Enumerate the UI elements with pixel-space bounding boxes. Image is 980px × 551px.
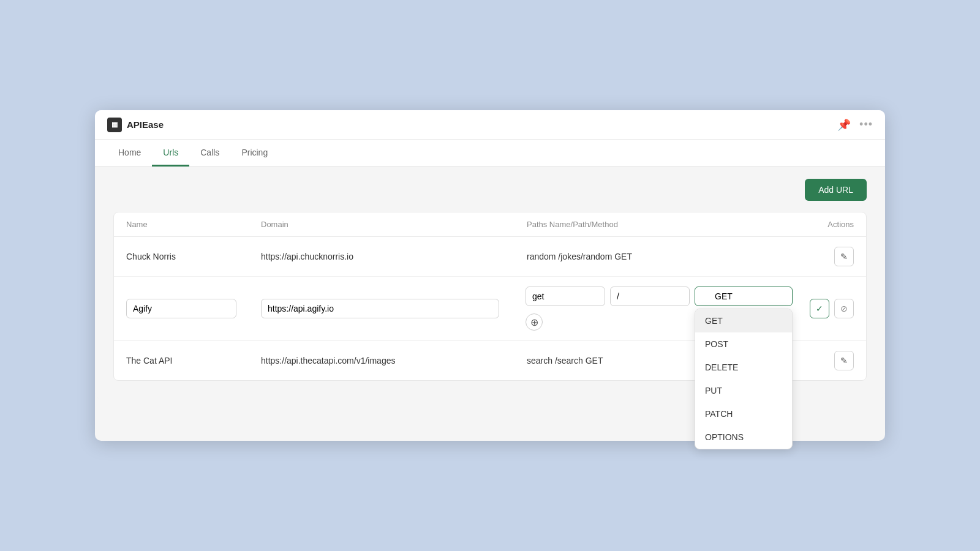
row-domain: https://api.chucknorris.io	[261, 252, 527, 261]
title-bar-actions: 📌 •••	[837, 118, 873, 132]
nav-bar: Home Urls Calls Pricing	[95, 140, 885, 167]
more-icon[interactable]: •••	[859, 118, 873, 131]
brand: ▦ APIEase	[107, 118, 164, 132]
urls-table: Name Domain Paths Name/Path/Method Actio…	[113, 212, 867, 381]
confirm-button[interactable]: ✓	[810, 299, 829, 318]
path-name-input[interactable]	[526, 287, 605, 306]
title-bar: ▦ APIEase 📌 •••	[95, 110, 885, 140]
row-actions: ✎	[793, 351, 854, 370]
method-input-wrapper: 🔍 GET POST DELETE PUT PATCH OPTIONS	[695, 287, 793, 306]
tab-pricing[interactable]: Pricing	[230, 140, 279, 167]
dropdown-item-options[interactable]: OPTIONS	[695, 425, 792, 449]
row-paths: random /jokes/random GET	[527, 252, 793, 261]
path-row: 🔍 GET POST DELETE PUT PATCH OPTIONS	[526, 287, 793, 306]
row-name: The Cat API	[126, 356, 261, 365]
edit-button[interactable]: ✎	[834, 351, 854, 370]
row-actions-editing: ✓ ⊘	[793, 299, 854, 318]
dropdown-item-patch[interactable]: PATCH	[695, 402, 792, 425]
toolbar: Add URL	[113, 179, 867, 201]
path-path-input[interactable]	[610, 287, 690, 306]
dropdown-item-put[interactable]: PUT	[695, 379, 792, 402]
row-domain: https://api.thecatapi.com/v1/images	[261, 356, 527, 365]
path-inputs-cell: 🔍 GET POST DELETE PUT PATCH OPTIONS	[526, 287, 793, 331]
table-header: Name Domain Paths Name/Path/Method Actio…	[114, 212, 866, 237]
edit-domain-cell	[261, 299, 526, 318]
method-dropdown: GET POST DELETE PUT PATCH OPTIONS	[695, 309, 793, 449]
col-actions: Actions	[793, 220, 854, 229]
tab-home[interactable]: Home	[107, 140, 152, 167]
domain-input[interactable]	[261, 299, 499, 318]
col-name: Name	[126, 220, 261, 229]
method-input[interactable]	[695, 287, 793, 306]
row-actions: ✎	[793, 247, 854, 266]
pin-icon[interactable]: 📌	[837, 118, 851, 132]
edit-button[interactable]: ✎	[834, 247, 854, 266]
add-url-button[interactable]: Add URL	[805, 179, 867, 201]
app-window: ▦ APIEase 📌 ••• Home Urls Calls Pricing …	[95, 110, 885, 441]
table-row: Chuck Norris https://api.chucknorris.io …	[114, 237, 866, 277]
name-input[interactable]	[126, 299, 236, 318]
tab-calls[interactable]: Calls	[189, 140, 230, 167]
dropdown-item-delete[interactable]: DELETE	[695, 356, 792, 379]
dropdown-item-get[interactable]: GET	[695, 309, 792, 332]
table-row-editing: 🔍 GET POST DELETE PUT PATCH OPTIONS	[114, 277, 866, 341]
brand-icon: ▦	[107, 118, 122, 132]
add-path-button[interactable]: ⊕	[526, 313, 543, 331]
tab-urls[interactable]: Urls	[152, 140, 189, 167]
edit-name-cell	[126, 299, 261, 318]
row-name: Chuck Norris	[126, 252, 261, 261]
col-paths: Paths Name/Path/Method	[527, 220, 793, 229]
dropdown-item-post[interactable]: POST	[695, 332, 792, 356]
cancel-button[interactable]: ⊘	[834, 299, 854, 318]
col-domain: Domain	[261, 220, 527, 229]
app-title: APIEase	[127, 119, 164, 130]
main-content: Add URL Name Domain Paths Name/Path/Meth…	[95, 167, 885, 399]
